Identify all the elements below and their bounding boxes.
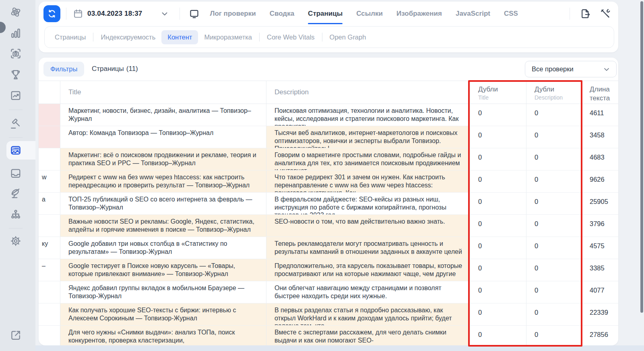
dup-description-cell: 0 xyxy=(526,326,582,345)
text-length-cell: 9626 xyxy=(582,170,618,192)
sidebar-divider xyxy=(9,137,23,138)
dup-title-cell: 0 xyxy=(470,193,526,214)
snapshot-camera-icon[interactable] xyxy=(9,47,22,60)
divider xyxy=(66,8,66,20)
radar-icon[interactable] xyxy=(9,187,22,200)
text-length-cell: 4575 xyxy=(582,237,618,259)
divider xyxy=(570,8,570,20)
dup-title-cell: 0 xyxy=(470,215,526,237)
title-cell: Редирект с www на без www через htaccess… xyxy=(60,170,266,192)
gavel-icon[interactable] xyxy=(9,117,22,130)
table-row[interactable]: Яндекс добавил группы вкладок в мобильно… xyxy=(39,281,618,303)
filters-button[interactable]: Фильтры xyxy=(43,62,84,77)
sidebar-divider xyxy=(9,228,23,228)
scrollbar-thumb[interactable] xyxy=(640,1,643,313)
url-column-header xyxy=(39,81,60,104)
sidebar xyxy=(0,0,35,351)
description-cell: В первых разделах статьи я подробно расс… xyxy=(266,303,470,325)
table-row[interactable]: Автор: Команда Топвизора — Топвизор–Журн… xyxy=(39,126,618,148)
title-cell: Важные новости SEO и рекламы: Google, Ян… xyxy=(60,215,266,237)
atom-icon[interactable] xyxy=(9,6,22,19)
title-cell: Google тестирует в Поиске новую карусель… xyxy=(60,259,266,281)
content-subtabs: СтраницыИндексируемостьКонтентМикроразме… xyxy=(44,26,614,48)
subtab-pages[interactable]: Страницы xyxy=(49,30,92,44)
subtab-content[interactable]: Контент xyxy=(161,30,198,44)
tab-pages[interactable]: Страницы xyxy=(308,10,343,18)
tab-css[interactable]: CSS xyxy=(504,10,518,18)
external-link-icon[interactable] xyxy=(9,329,22,342)
dup-description-cell: 0 xyxy=(526,259,582,281)
report-date: 03.04.2023 18:37 xyxy=(87,10,142,18)
sitemap-icon[interactable] xyxy=(9,208,22,221)
dup-title-cell: 0 xyxy=(470,104,526,126)
text-length-cell: 27856 xyxy=(582,326,618,345)
description-cell: В февральском дайджесте: SEO-кейсы из ра… xyxy=(266,193,470,214)
dup-title-cell: 0 xyxy=(470,281,526,303)
checks-dropdown[interactable]: Все проверки xyxy=(525,61,617,77)
url-cell xyxy=(39,104,60,126)
dup-description-column-header[interactable]: Дубли Description xyxy=(526,81,582,104)
dup-description-cell: 0 xyxy=(526,281,582,303)
title-cell: Для чего нужны «Снимки выдачи»: анализ Т… xyxy=(60,326,266,345)
table-row[interactable]: аТОП-25 публикаций о SEO со всего интерн… xyxy=(39,193,618,215)
dup-description-cell: 0 xyxy=(526,148,582,170)
dup-description-cell: 0 xyxy=(526,215,582,237)
sidebar-divider xyxy=(9,110,23,110)
table-row[interactable]: Маркетинг: всё о поисковом продвижении и… xyxy=(39,148,618,170)
tab-javascript[interactable]: JavaScript xyxy=(456,10,490,18)
dup-description-cell: 0 xyxy=(526,126,582,148)
chevron-down-icon[interactable] xyxy=(160,9,169,18)
dup-title-cell: 0 xyxy=(470,259,526,281)
dup-title-cell: 0 xyxy=(470,303,526,325)
chevron-down-icon xyxy=(603,65,611,73)
title-column-header[interactable]: Title xyxy=(60,81,266,104)
title-cell: Автор: Команда Топвизора — Топвизор–Журн… xyxy=(60,126,266,148)
inbox-box-icon[interactable] xyxy=(9,167,22,180)
report-tabs: Лог проверкиСводкаСтраницыСсылкиИзображе… xyxy=(210,10,518,18)
trophy-icon[interactable] xyxy=(9,68,22,81)
tools-icon[interactable] xyxy=(600,8,611,19)
date-picker[interactable]: 03.04.2023 18:37 xyxy=(73,8,142,19)
top-toolbar: 03.04.2023 18:37 Лог проверкиСводкаСтран… xyxy=(39,2,618,52)
table-row[interactable]: Важные новости SEO и рекламы: Google, Ян… xyxy=(39,215,618,237)
tab-summary[interactable]: Сводка xyxy=(270,10,294,18)
subtab-indexability[interactable]: Индексируемость xyxy=(95,30,161,44)
table-row[interactable]: Маркетинг, новости, бизнес, дизайн, анал… xyxy=(39,104,618,126)
trend-chart-icon[interactable] xyxy=(9,89,22,102)
title-cell: Яндекс добавил группы вкладок в мобильно… xyxy=(60,281,266,303)
subtab-core-web-vitals[interactable]: Core Web Vitals xyxy=(261,30,321,44)
table-row[interactable]: wРедирект с www на без www через htacces… xyxy=(39,170,618,193)
table-row[interactable]: Как получать хорошие SEO-тексты с биржи:… xyxy=(39,303,618,326)
divider xyxy=(322,33,322,42)
subtab-open-graph[interactable]: Open Graph xyxy=(324,30,372,44)
site-audit-icon[interactable] xyxy=(9,144,22,157)
url-cell xyxy=(39,281,60,303)
tab-check-log[interactable]: Лог проверки xyxy=(210,10,256,18)
table-row[interactable]: –Google тестирует в Поиске новую карусел… xyxy=(39,259,618,281)
title-cell: Как получать хорошие SEO-тексты с биржи:… xyxy=(60,303,266,325)
tab-images[interactable]: Изображения xyxy=(396,10,442,18)
gear-icon[interactable] xyxy=(9,235,22,247)
checks-dropdown-value: Все проверки xyxy=(532,65,574,73)
description-column-header[interactable]: Description xyxy=(266,81,470,104)
dup-description-cell: 0 xyxy=(526,237,582,259)
refresh-button[interactable] xyxy=(43,5,60,22)
text-length-cell: 4611 xyxy=(582,104,618,126)
table-row[interactable]: Для чего нужны «Снимки выдачи»: анализ Т… xyxy=(39,326,618,345)
dup-title-column-header[interactable]: Дубли Title xyxy=(470,81,526,104)
text-length-cell: 3385 xyxy=(582,259,618,281)
sidebar-collapse-handle[interactable] xyxy=(0,22,6,33)
text-length-cell: 3796 xyxy=(582,215,618,237)
monitor-icon[interactable] xyxy=(189,8,200,19)
description-cell: SEO-новости о том, что вам действительно… xyxy=(266,215,470,237)
export-icon[interactable] xyxy=(580,8,591,19)
description-cell: Тысячи веб аналитиков, интернет-маркетол… xyxy=(266,126,470,148)
bar-chart-icon[interactable] xyxy=(9,27,22,39)
subtab-microdata[interactable]: Микроразметка xyxy=(198,30,258,44)
table-row[interactable]: куGoogle добавил три новых столбца в «Ст… xyxy=(39,237,618,259)
scrollbar-track[interactable] xyxy=(640,0,644,347)
tab-links[interactable]: Ссылки xyxy=(356,10,383,18)
description-cell: Предположительно, эта карусель показывае… xyxy=(266,259,470,281)
text-length-column-header[interactable]: Длина текста xyxy=(582,81,618,104)
dup-description-cell: 0 xyxy=(526,170,582,192)
